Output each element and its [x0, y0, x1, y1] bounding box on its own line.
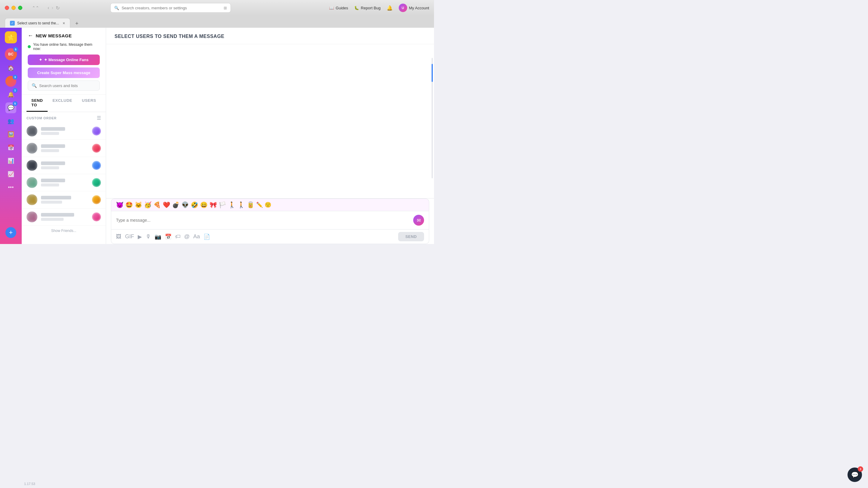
list-item[interactable]: [22, 174, 106, 191]
tab-users[interactable]: USERS: [77, 95, 101, 112]
bell-icon: 🔔: [387, 5, 393, 11]
guides-label: Guides: [336, 6, 348, 10]
forward-arrow-icon[interactable]: ›: [52, 5, 53, 11]
user-name: [41, 178, 65, 182]
emoji-rofl[interactable]: 🤣: [191, 201, 198, 208]
sort-icon[interactable]: ☰: [97, 115, 101, 121]
right-panel-body: [106, 44, 434, 198]
new-tab-button[interactable]: +: [73, 19, 81, 28]
user-handle: [41, 184, 59, 187]
panel-title: NEW MESSAGE: [36, 33, 72, 38]
active-tab[interactable]: ✓ Select users to send the... ×: [5, 18, 70, 28]
emoji-walking[interactable]: 🚶: [228, 201, 236, 208]
font-icon[interactable]: Aa: [193, 233, 200, 240]
sidebar-item-home[interactable]: 🏠: [5, 63, 16, 73]
emoji-bomb[interactable]: 💣: [172, 201, 180, 208]
back-button[interactable]: ← NEW MESSAGE: [28, 33, 100, 39]
my-account-button[interactable]: U My Account: [399, 4, 429, 12]
emoji-heart[interactable]: ❤️: [163, 201, 170, 208]
right-panel-title: SELECT USERS TO SEND THEM A MESSAGE: [115, 34, 224, 39]
notifications-button[interactable]: 🔔: [387, 5, 393, 11]
tab-exclude[interactable]: EXCLUDE: [48, 95, 77, 112]
sidebar-avatar-bc[interactable]: BC 5: [5, 48, 17, 60]
sidebar-item-stats[interactable]: 📊: [5, 156, 16, 166]
photo-icon[interactable]: 📷: [155, 233, 161, 240]
online-notice: You have online fans. Message them now:: [28, 42, 100, 51]
minimize-window-button[interactable]: [11, 6, 16, 10]
tab-send-to[interactable]: SEND TO: [27, 95, 48, 112]
sidebar-item-messages[interactable]: 💬 5: [5, 102, 16, 113]
emoji-cat[interactable]: 🐱: [135, 201, 142, 208]
emoji-walking2[interactable]: 🚶: [238, 201, 245, 208]
star-icon: ✦: [39, 58, 42, 62]
emoji-picker-icon[interactable]: 🙂: [265, 201, 271, 208]
emoji-pizza[interactable]: 🍕: [153, 201, 161, 208]
browser-tab-bar: ✓ Select users to send the... × +: [0, 16, 434, 28]
video-icon[interactable]: ▶: [138, 233, 142, 240]
user-name: [41, 144, 65, 148]
user-list-header: CUSTOM ORDER ☰: [22, 112, 106, 123]
send-round-button[interactable]: ✉: [413, 215, 424, 226]
message-online-fans-button[interactable]: ✦ ✦ Message Online Fans: [28, 55, 100, 65]
close-window-button[interactable]: [5, 6, 9, 10]
emoji-devil[interactable]: 😈: [116, 201, 124, 208]
search-users-bar[interactable]: 🔍: [28, 80, 100, 91]
online-indicator: [28, 45, 31, 48]
sidebar-item-media[interactable]: 🖼️: [5, 129, 16, 140]
scrollbar-track[interactable]: [432, 58, 433, 178]
gif-icon[interactable]: GIF: [125, 233, 134, 240]
bug-icon: 🐛: [354, 6, 359, 10]
list-item[interactable]: [22, 157, 106, 174]
emoji-alien[interactable]: 👽: [181, 201, 189, 208]
user-info: [41, 196, 88, 204]
emoji-smile[interactable]: 😄: [200, 201, 208, 208]
send-button[interactable]: SEND: [398, 232, 424, 241]
report-bug-button[interactable]: 🐛 Report Bug: [354, 6, 381, 10]
list-item[interactable]: [22, 191, 106, 208]
filter-icon[interactable]: ⊞: [224, 6, 227, 10]
tab-close-button[interactable]: ×: [63, 21, 65, 26]
audio-icon[interactable]: 🎙: [146, 233, 151, 240]
user-avatar-right: [92, 127, 101, 135]
reload-icon[interactable]: ↻: [56, 5, 60, 11]
emoji-starstruck[interactable]: 🤩: [125, 201, 133, 208]
emoji-bow[interactable]: 🎀: [210, 201, 217, 208]
emoji-flag[interactable]: 🏳️: [219, 201, 226, 208]
global-search-input[interactable]: [121, 6, 221, 10]
mention-icon[interactable]: @: [184, 233, 190, 240]
sidebar-item-more[interactable]: •••: [5, 182, 16, 193]
sidebar-avatar-user2[interactable]: 3: [5, 76, 16, 87]
pencil-icon[interactable]: ✏️: [256, 201, 263, 208]
calendar-icon[interactable]: 📅: [165, 233, 172, 240]
title-bar: ⌃⌃ ‹ › ↻ 🔍 ⊞ 📖 Guides 🐛 Report Bug 🔔 U M…: [0, 0, 434, 16]
emoji-partying[interactable]: 🥳: [144, 201, 152, 208]
users-icon: 👥: [7, 118, 14, 124]
list-item[interactable]: [22, 208, 106, 226]
user-info: [41, 161, 88, 169]
create-super-mass-button[interactable]: Create Super Mass message: [28, 67, 100, 78]
list-item[interactable]: [22, 140, 106, 157]
message-input[interactable]: [116, 218, 410, 223]
sidebar-item-users[interactable]: 👥: [5, 116, 16, 127]
template-icon[interactable]: 📄: [204, 233, 210, 240]
guides-button[interactable]: 📖 Guides: [329, 6, 348, 10]
scrollbar-thumb[interactable]: [432, 64, 433, 82]
emoji-can[interactable]: 🥫: [247, 201, 254, 208]
user-handle: [41, 201, 62, 204]
sidebar-item-notifications[interactable]: 🔔 1: [5, 89, 16, 100]
bell-icon: 🔔: [7, 91, 14, 98]
left-panel: ← NEW MESSAGE You have online fans. Mess…: [22, 28, 106, 244]
message-input-area: ✉: [111, 211, 429, 230]
search-users-input[interactable]: [39, 84, 96, 88]
add-button[interactable]: +: [5, 227, 16, 238]
image-upload-icon[interactable]: 🖼: [116, 233, 121, 240]
back-arrow-icon[interactable]: ‹: [48, 5, 49, 11]
sidebar-item-trends[interactable]: 📈: [5, 169, 16, 180]
global-search-bar[interactable]: 🔍 ⊞: [110, 3, 231, 13]
left-panel-header: ← NEW MESSAGE You have online fans. Mess…: [22, 28, 106, 95]
sidebar-item-calendar[interactable]: 📅: [5, 142, 16, 153]
maximize-window-button[interactable]: [18, 6, 22, 10]
unread-badge: 5: [13, 47, 18, 52]
tag-icon[interactable]: 🏷: [175, 233, 181, 240]
list-item[interactable]: [22, 123, 106, 140]
